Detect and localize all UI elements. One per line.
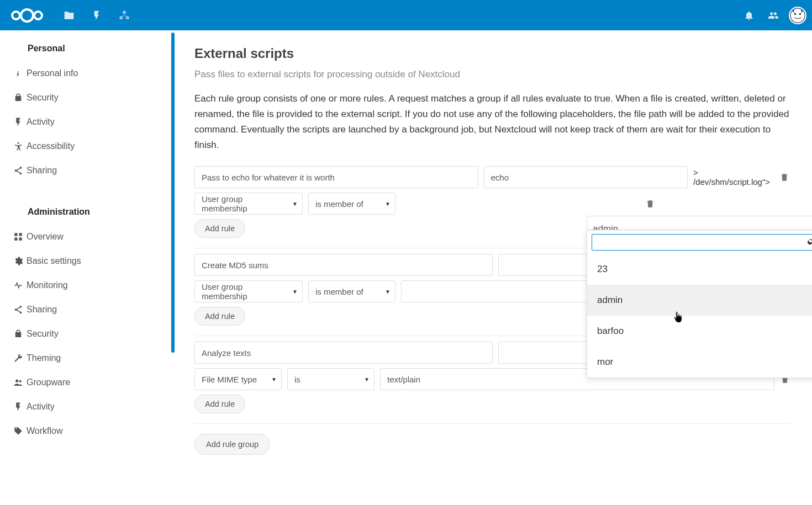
sidebar-item-label: Security [27,93,59,103]
info-icon: i [10,68,27,78]
svg-text:i: i [17,70,19,78]
sidebar-item-personal-info[interactable]: iPersonal info [0,61,172,86]
sidebar-item-accessibility[interactable]: Accessibility [0,134,172,158]
rule-check-select[interactable]: User group membership▼ [194,193,303,215]
rule-check-select[interactable]: File MIME type▼ [194,368,282,390]
sidebar-item-label: Theming [27,353,61,363]
bolt-icon [10,402,27,412]
sidebar-item-groupware[interactable]: Groupware [0,370,172,395]
svg-point-10 [18,142,19,144]
sidebar-item-sharing[interactable]: Sharing [0,297,172,322]
grid-icon [10,232,27,242]
dropdown-option[interactable]: admin [587,285,812,316]
group-name-input[interactable] [194,342,493,364]
add-rule-group-button[interactable]: Add rule group [194,434,270,455]
sidebar-item-theming[interactable]: Theming [0,346,172,370]
search-icon [807,237,812,246]
main-content: External scripts Pass files to external … [172,30,812,505]
sidebar-section-admin: Administration [0,199,172,225]
svg-rect-14 [14,233,17,236]
user-avatar[interactable] [789,7,806,24]
wrench-icon [10,353,27,363]
sidebar-item-basic-settings[interactable]: Basic settings [0,249,172,273]
accessibility-icon [10,141,27,151]
svg-point-0 [12,12,20,19]
group-value-select-placeholder [401,193,639,215]
dropdown-option[interactable]: 23 [587,254,812,285]
users-icon [10,378,27,387]
sidebar-item-sharing[interactable]: Sharing [0,158,172,183]
sidebar-item-monitoring[interactable]: Monitoring [0,273,172,297]
sidebar-item-activity[interactable]: Activity [0,110,172,134]
nav-activity-icon[interactable] [83,2,110,29]
lock-icon [10,329,27,339]
svg-point-3 [123,11,125,13]
sidebar-item-overview[interactable]: Overview [0,225,172,249]
nav-files-icon[interactable] [55,2,83,29]
group-name-input[interactable] [194,254,493,276]
svg-point-7 [794,13,797,15]
top-nav [55,2,138,29]
add-rule-button[interactable]: Add rule [194,395,245,413]
svg-point-21 [15,379,18,382]
svg-point-13 [20,172,22,174]
svg-point-1 [21,9,33,22]
sidebar-item-security[interactable]: Security [0,86,172,110]
container: Personal iPersonal infoSecurityActivityA… [0,30,812,505]
contacts-icon[interactable] [761,2,785,29]
pulse-icon [10,280,27,290]
dropdown-search-input[interactable] [592,234,812,251]
delete-rule-button[interactable] [644,198,656,210]
sidebar-item-label: Sharing [27,166,57,176]
page-title: External scripts [194,46,790,61]
group-command-input[interactable] [484,166,688,188]
svg-rect-16 [14,238,17,241]
share-icon [10,166,27,176]
sidebar-section-personal: Personal [0,36,172,61]
sidebar-item-label: Groupware [27,378,70,387]
page-description: Each rule group consists of one or more … [194,91,790,153]
bolt-icon [10,117,27,127]
svg-point-18 [20,306,22,308]
sidebar-item-label: Overview [27,232,64,242]
sidebar-item-label: Personal info [27,68,78,78]
rule-check-select[interactable]: User group membership▼ [194,280,303,302]
group-value-select-open[interactable]: admin ▼ [587,216,812,231]
gear-icon [10,256,27,266]
lock-icon [10,93,27,103]
group-value-dropdown: 23adminbarfoomor [587,230,812,378]
nav-share-icon[interactable] [110,2,138,29]
svg-point-2 [34,12,42,19]
page-subtitle: Pass files to external scripts for proce… [194,69,790,80]
sidebar-item-label: Basic settings [27,256,81,266]
sidebar-item-label: Monitoring [27,280,68,290]
add-rule-button[interactable]: Add rule [194,307,245,326]
rule-operator-select[interactable]: is member of▼ [308,193,396,215]
sidebar-item-label: Accessibility [27,141,75,151]
svg-point-22 [19,380,22,382]
dropdown-option[interactable]: barfoo [587,316,812,347]
svg-point-20 [20,311,22,313]
sidebar-item-security[interactable]: Security [0,322,172,346]
svg-rect-15 [19,233,22,236]
sidebar-item-label: Workflow [27,426,63,436]
topbar-right [737,0,806,30]
sidebar-item-label: Activity [27,402,55,412]
rule-operator-select[interactable]: is▼ [287,368,375,390]
app-logo[interactable] [10,6,44,25]
tag-icon [10,426,27,436]
group-name-input[interactable] [194,166,478,188]
topbar [0,0,812,30]
sidebar-item-label: Sharing [27,305,57,315]
settings-sidebar: Personal iPersonal infoSecurityActivityA… [0,30,172,505]
rule-operator-select[interactable]: is member of▼ [308,280,396,302]
svg-point-8 [799,13,802,15]
dropdown-option[interactable]: mor [587,347,812,378]
sidebar-item-label: Security [27,329,59,339]
sidebar-item-label: Activity [27,117,55,127]
sidebar-item-activity[interactable]: Activity [0,395,172,419]
sidebar-item-workflow[interactable]: Workflow [0,419,172,443]
add-rule-button[interactable]: Add rule [194,219,245,238]
notifications-icon[interactable] [737,2,761,29]
delete-group-button[interactable] [778,171,790,183]
